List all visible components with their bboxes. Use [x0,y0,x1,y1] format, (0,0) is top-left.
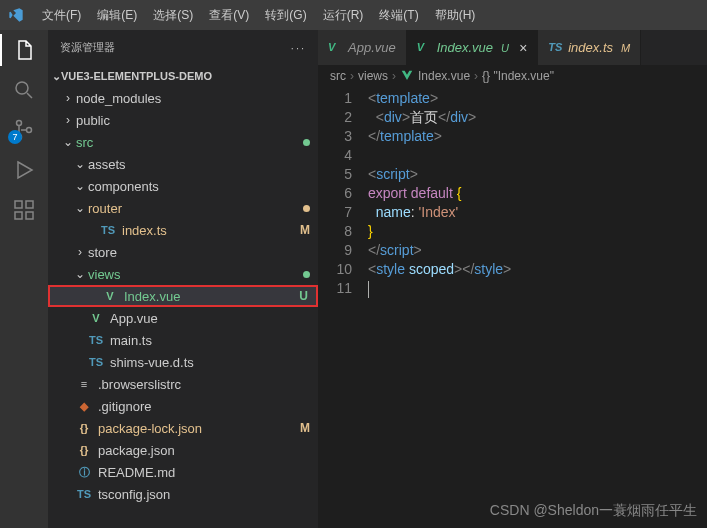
chevron-down-icon: ⌄ [72,157,88,171]
file-icon: TS [88,354,104,370]
file-icon: ◆ [76,398,92,414]
tree-file-main.ts[interactable]: TSmain.ts [48,329,318,351]
chevron-down-icon: ⌄ [60,135,76,149]
extensions-icon[interactable] [12,198,36,222]
tree-label: package.json [98,443,310,458]
tree-label: public [76,113,310,128]
vue-icon [400,69,414,83]
chevron-right-icon: › [60,91,76,105]
tree-label: shims-vue.d.ts [110,355,310,370]
tab-status: M [621,42,630,54]
menu-terminal[interactable]: 终端(T) [373,7,424,24]
sidebar-root[interactable]: ⌄ VUE3-ELEMENTPLUS-DEMO [48,65,318,87]
tree-file-Index.vue[interactable]: VIndex.vueU [48,285,318,307]
explorer-icon[interactable] [12,38,36,62]
tree-label: router [88,201,303,216]
tree-label: index.ts [122,223,300,238]
tree-label: src [76,135,303,150]
vscode-logo-icon [8,7,24,23]
line-gutter: 1234567891011 [318,89,368,298]
code-lines: <template> <div>首页</div> </template> <sc… [368,89,511,298]
file-icon: TS [76,486,92,502]
git-status: M [300,223,310,237]
editor: VApp.vueVIndex.vueU×TSindex.tsM src› vie… [318,30,707,528]
git-status: M [300,421,310,435]
sidebar-more-icon[interactable]: ··· [291,42,306,54]
vue-icon: V [328,41,342,55]
menu-select[interactable]: 选择(S) [147,7,199,24]
file-tree: ›node_modules›public⌄src⌄assets⌄componen… [48,87,318,528]
tree-file-.gitignore[interactable]: ◆.gitignore [48,395,318,417]
close-icon[interactable]: × [519,40,527,56]
git-dot [303,271,310,278]
tree-file-shims-vue.d.ts[interactable]: TSshims-vue.d.ts [48,351,318,373]
tree-folder-router[interactable]: ⌄router [48,197,318,219]
tree-folder-node_modules[interactable]: ›node_modules [48,87,318,109]
tree-folder-store[interactable]: ›store [48,241,318,263]
scm-icon[interactable]: 7 [12,118,36,142]
tree-file-.browserslistrc[interactable]: ≡.browserslistrc [48,373,318,395]
tree-file-README.md[interactable]: ⓘREADME.md [48,461,318,483]
menu-file[interactable]: 文件(F) [36,7,87,24]
file-icon: V [102,288,118,304]
tree-label: App.vue [110,311,310,326]
chevron-down-icon: ⌄ [72,267,88,281]
tab-status: U [501,42,509,54]
git-status: U [299,289,308,303]
tree-label: README.md [98,465,310,480]
chevron-down-icon: ⌄ [52,70,61,83]
tree-file-package-lock.json[interactable]: {}package-lock.jsonM [48,417,318,439]
code-area[interactable]: 1234567891011 <template> <div>首页</div> <… [318,87,707,298]
git-dot [303,205,310,212]
activity-bar: 7 [0,30,48,528]
editor-tabs: VApp.vueVIndex.vueU×TSindex.tsM [318,30,707,65]
git-dot [303,139,310,146]
menu-edit[interactable]: 编辑(E) [91,7,143,24]
search-icon[interactable] [12,78,36,102]
chevron-down-icon: ⌄ [72,179,88,193]
file-icon: TS [88,332,104,348]
tab-index.ts[interactable]: TSindex.tsM [538,30,641,65]
tree-folder-src[interactable]: ⌄src [48,131,318,153]
tab-label: index.ts [568,40,613,55]
svg-point-1 [17,121,22,126]
tree-file-index.ts[interactable]: TSindex.tsM [48,219,318,241]
tree-folder-assets[interactable]: ⌄assets [48,153,318,175]
svg-rect-7 [26,201,33,208]
menu-view[interactable]: 查看(V) [203,7,255,24]
tab-Index.vue[interactable]: VIndex.vueU× [407,30,539,65]
tree-label: views [88,267,303,282]
breadcrumb[interactable]: src› views› Index.vue› {} "Index.vue" [318,65,707,87]
tab-App.vue[interactable]: VApp.vue [318,30,407,65]
file-icon: ⓘ [76,464,92,480]
debug-icon[interactable] [12,158,36,182]
menu-goto[interactable]: 转到(G) [259,7,312,24]
tree-label: .gitignore [98,399,310,414]
tree-label: Index.vue [124,289,299,304]
tree-label: package-lock.json [98,421,300,436]
svg-point-3 [27,128,32,133]
scm-badge: 7 [8,130,22,144]
chevron-right-icon: › [72,245,88,259]
tree-file-App.vue[interactable]: VApp.vue [48,307,318,329]
sidebar-title: 资源管理器 [60,40,115,55]
tree-label: tsconfig.json [98,487,310,502]
file-icon: TS [100,222,116,238]
ts-icon: TS [548,41,562,55]
sidebar: 资源管理器 ··· ⌄ VUE3-ELEMENTPLUS-DEMO ›node_… [48,30,318,528]
tree-folder-public[interactable]: ›public [48,109,318,131]
tree-file-package.json[interactable]: {}package.json [48,439,318,461]
tree-folder-components[interactable]: ⌄components [48,175,318,197]
tree-label: node_modules [76,91,310,106]
svg-rect-5 [15,212,22,219]
tree-folder-views[interactable]: ⌄views [48,263,318,285]
tree-label: .browserslistrc [98,377,310,392]
tab-label: App.vue [348,40,396,55]
file-icon: {} [76,420,92,436]
tree-label: components [88,179,310,194]
menu-run[interactable]: 运行(R) [317,7,370,24]
file-icon: V [88,310,104,326]
menu-help[interactable]: 帮助(H) [429,7,482,24]
tree-file-tsconfig.json[interactable]: TStsconfig.json [48,483,318,505]
chevron-right-icon: › [60,113,76,127]
